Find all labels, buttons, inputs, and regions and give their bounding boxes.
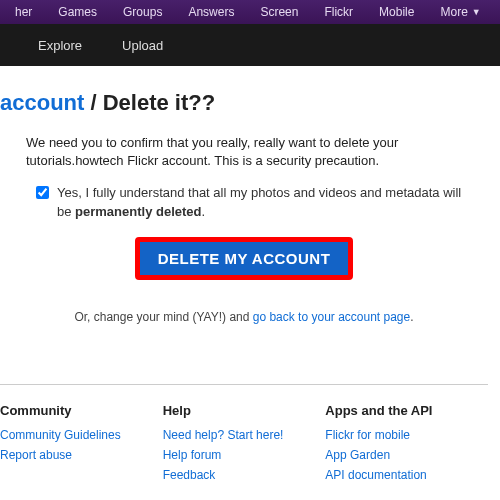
- footer-link[interactable]: Help forum: [163, 448, 316, 462]
- footer-link[interactable]: Need help? Start here!: [163, 428, 316, 442]
- subnav-upload[interactable]: Upload: [102, 38, 183, 53]
- footer-heading: Apps and the API: [325, 403, 478, 418]
- confirm-checkbox[interactable]: [36, 186, 49, 199]
- footer-col-apps: Apps and the API Flickr for mobile App G…: [325, 403, 488, 488]
- topnav-item[interactable]: Games: [45, 0, 110, 24]
- footer-link[interactable]: Report abuse: [0, 448, 153, 462]
- topnav-item[interactable]: her: [2, 0, 45, 24]
- footer-link[interactable]: App Garden: [325, 448, 478, 462]
- confirm-post: .: [202, 204, 206, 219]
- confirm-checkbox-label: Yes, I fully understand that all my phot…: [57, 184, 470, 220]
- footer-link[interactable]: Feedback: [163, 468, 316, 482]
- chevron-down-icon: ▼: [472, 7, 481, 17]
- delete-button-wrap: DELETE MY ACCOUNT: [0, 237, 488, 280]
- page-title: account / Delete it??: [0, 90, 488, 116]
- footer-heading: Community: [0, 403, 153, 418]
- change-mind-post: .: [410, 310, 413, 324]
- title-rest: / Delete it??: [84, 90, 215, 115]
- topnav-item[interactable]: Mobile: [366, 0, 427, 24]
- yahoo-top-nav: her Games Groups Answers Screen Flickr M…: [0, 0, 500, 24]
- footer-link[interactable]: Flickr for mobile: [325, 428, 478, 442]
- topnav-more[interactable]: More ▼: [427, 0, 493, 24]
- footer: Community Community Guidelines Report ab…: [0, 384, 488, 498]
- topnav-more-label: More: [440, 5, 467, 19]
- change-mind-text: Or, change your mind (YAY!) and go back …: [0, 310, 488, 324]
- topnav-item[interactable]: Flickr: [311, 0, 366, 24]
- go-back-link[interactable]: go back to your account page: [253, 310, 410, 324]
- delete-account-button[interactable]: DELETE MY ACCOUNT: [135, 237, 354, 280]
- footer-col-help: Help Need help? Start here! Help forum F…: [163, 403, 326, 488]
- subnav-explore[interactable]: Explore: [18, 38, 102, 53]
- flickr-sub-nav: Explore Upload: [0, 24, 500, 66]
- footer-col-community: Community Community Guidelines Report ab…: [0, 403, 163, 488]
- topnav-item[interactable]: Groups: [110, 0, 175, 24]
- confirm-checkbox-row: Yes, I fully understand that all my phot…: [0, 184, 488, 220]
- change-mind-pre: Or, change your mind (YAY!) and: [74, 310, 252, 324]
- topnav-item[interactable]: Answers: [175, 0, 247, 24]
- confirm-text: We need you to confirm that you really, …: [0, 134, 488, 170]
- topnav-item[interactable]: Screen: [247, 0, 311, 24]
- footer-link[interactable]: API documentation: [325, 468, 478, 482]
- title-account-link[interactable]: account: [0, 90, 84, 115]
- main-content: account / Delete it?? We need you to con…: [0, 66, 500, 500]
- footer-heading: Help: [163, 403, 316, 418]
- footer-link[interactable]: Community Guidelines: [0, 428, 153, 442]
- confirm-bold: permanently deleted: [75, 204, 201, 219]
